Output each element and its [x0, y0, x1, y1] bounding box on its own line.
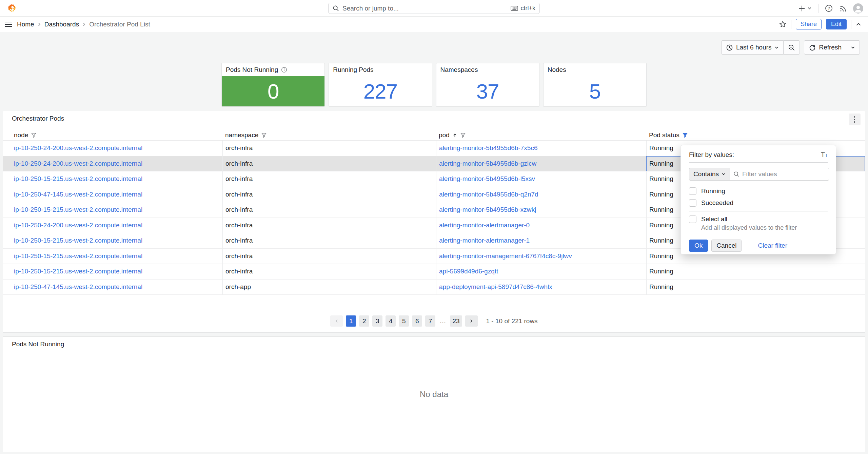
help-icon[interactable]: ?: [825, 4, 833, 12]
namespace-cell: orch-infra: [222, 202, 436, 218]
page-button[interactable]: 6: [412, 315, 422, 327]
stat-panels-row: Pods Not Running 0 Running Pods 227 Name…: [221, 63, 647, 107]
filter-funnel-icon[interactable]: [460, 132, 466, 138]
page-button[interactable]: 1: [346, 315, 356, 327]
node-link[interactable]: ip-10-250-15-215.us-west-2.compute.inter…: [14, 252, 142, 260]
namespace-cell: orch-infra: [222, 187, 436, 202]
refresh-interval-dropdown[interactable]: [846, 40, 860, 55]
global-search[interactable]: ctrl+k: [328, 3, 540, 14]
match-operator-select[interactable]: Contains: [689, 168, 730, 181]
ok-button[interactable]: Ok: [689, 240, 708, 252]
time-range-label: Last 6 hours: [736, 44, 772, 51]
panel-menu-kebab-icon[interactable]: [849, 114, 861, 125]
page-button[interactable]: 5: [399, 315, 409, 327]
time-range-picker[interactable]: Last 6 hours: [721, 40, 784, 55]
column-header[interactable]: Pod status: [646, 130, 865, 140]
stat-panel: Nodes 5: [543, 63, 647, 107]
checkbox-icon[interactable]: [689, 187, 696, 195]
search-icon: [733, 171, 739, 177]
checkbox-icon[interactable]: [689, 215, 696, 223]
grafana-logo-icon[interactable]: [7, 3, 17, 14]
clear-filter-link[interactable]: Clear filter: [758, 242, 787, 249]
node-link[interactable]: ip-10-250-24-200.us-west-2.compute.inter…: [14, 160, 142, 167]
refresh-button[interactable]: Refresh: [804, 40, 846, 55]
collapse-chevron-up-icon[interactable]: [856, 22, 861, 27]
pod-link[interactable]: alerting-monitor-5b4955d6b-l5xsv: [439, 175, 535, 183]
cancel-button[interactable]: Cancel: [711, 240, 742, 252]
keyboard-icon: [511, 6, 518, 11]
node-link[interactable]: ip-10-250-15-215.us-west-2.compute.inter…: [14, 237, 142, 244]
panel-title: Orchestrator Pods: [3, 111, 865, 122]
menu-toggle-icon[interactable]: [5, 20, 12, 28]
breadcrumb-bar: Home Dashboards Orchestrator Pod List Sh…: [0, 17, 868, 32]
select-all-option[interactable]: Select all: [689, 215, 828, 223]
page-button[interactable]: 2: [359, 315, 369, 327]
filter-funnel-icon[interactable]: [682, 132, 688, 138]
stat-panel-title: Nodes: [548, 66, 566, 74]
chevron-down-icon: [722, 172, 726, 176]
info-icon[interactable]: [281, 67, 287, 73]
stat-panel: Namespaces 37: [436, 63, 539, 107]
breadcrumb-home[interactable]: Home: [17, 21, 34, 28]
pagination-ellipsis: …: [438, 317, 447, 325]
page-button[interactable]: 4: [386, 315, 396, 327]
add-new-button[interactable]: [798, 5, 812, 12]
pod-link[interactable]: alerting-monitor-management-6767f4c8c-9j…: [439, 252, 572, 260]
breadcrumb-dashboards[interactable]: Dashboards: [44, 21, 79, 28]
last-page-button[interactable]: 23: [450, 315, 462, 327]
filter-option[interactable]: Succeeded: [689, 197, 828, 209]
operator-label: Contains: [693, 170, 719, 178]
pod-status-cell: Running: [646, 264, 865, 279]
table-row[interactable]: ip-10-250-47-145.us-west-2.compute.inter…: [3, 280, 865, 295]
zoom-out-button[interactable]: [784, 40, 800, 55]
pod-link[interactable]: alerting-monitor-5b4955d6b-xzwkj: [439, 206, 536, 213]
node-link[interactable]: ip-10-250-47-145.us-west-2.compute.inter…: [14, 283, 142, 291]
checkbox-icon[interactable]: [689, 199, 696, 207]
share-button[interactable]: Share: [796, 19, 822, 29]
filter-funnel-icon[interactable]: [31, 132, 37, 138]
pod-link[interactable]: alerting-monitor-5b4955d6b-gzlcw: [439, 160, 536, 167]
column-header[interactable]: node: [3, 130, 222, 140]
pod-link[interactable]: alerting-monitor-alertmanager-0: [439, 222, 530, 229]
filter-options-list: Running Succeeded: [689, 185, 828, 209]
column-header[interactable]: namespace: [222, 130, 436, 140]
table-row[interactable]: ip-10-250-15-215.us-west-2.compute.inter…: [3, 264, 865, 280]
node-link[interactable]: ip-10-250-15-215.us-west-2.compute.inter…: [14, 175, 142, 183]
news-rss-icon[interactable]: [839, 5, 847, 12]
breadcrumb-current: Orchestrator Pod List: [89, 21, 150, 28]
page-button[interactable]: 7: [425, 315, 435, 327]
next-page-button[interactable]: [465, 315, 478, 327]
pod-link[interactable]: app-deployment-api-5897d47c86-4whlx: [439, 283, 552, 291]
plus-icon: [798, 5, 806, 12]
search-input[interactable]: [342, 5, 507, 12]
stat-panel: Running Pods 227: [329, 63, 432, 107]
select-all-label: Select all: [701, 215, 727, 223]
user-avatar[interactable]: [853, 3, 863, 14]
node-link[interactable]: ip-10-250-47-145.us-west-2.compute.inter…: [14, 191, 142, 198]
clock-icon: [726, 44, 733, 51]
node-link[interactable]: ip-10-250-24-200.us-west-2.compute.inter…: [14, 144, 142, 152]
refresh-label: Refresh: [819, 44, 842, 51]
topbar-actions: ?: [798, 0, 863, 17]
filter-funnel-icon[interactable]: [261, 132, 267, 138]
node-link[interactable]: ip-10-250-24-200.us-west-2.compute.inter…: [14, 222, 142, 229]
breadcrumb-separator-icon: [37, 22, 41, 26]
namespace-cell: orch-infra: [222, 233, 436, 248]
edit-button[interactable]: Edit: [826, 19, 847, 29]
pod-link[interactable]: alerting-monitor-5b4955d6b-7x5c6: [439, 144, 537, 152]
prev-page-button[interactable]: [330, 315, 343, 327]
node-link[interactable]: ip-10-250-15-215.us-west-2.compute.inter…: [14, 268, 142, 275]
text-size-icon[interactable]: TT: [821, 151, 828, 159]
page-button[interactable]: 3: [372, 315, 382, 327]
pod-link[interactable]: alerting-monitor-alertmanager-1: [439, 237, 530, 244]
node-link[interactable]: ip-10-250-15-215.us-west-2.compute.inter…: [14, 206, 142, 213]
pod-link[interactable]: alerting-monitor-5b4955d6b-q2n7d: [439, 191, 538, 198]
star-icon[interactable]: [779, 20, 787, 28]
pod-link[interactable]: api-5699d49d6-gzqtt: [439, 268, 498, 275]
namespace-cell: orch-infra: [222, 264, 436, 279]
filter-values-input[interactable]: [742, 170, 825, 178]
pagination: 1234567 … 23 1 - 10 of 221 rows: [3, 315, 865, 327]
column-label: Pod status: [649, 131, 679, 139]
column-header[interactable]: pod: [436, 130, 646, 140]
filter-option[interactable]: Running: [689, 185, 828, 197]
